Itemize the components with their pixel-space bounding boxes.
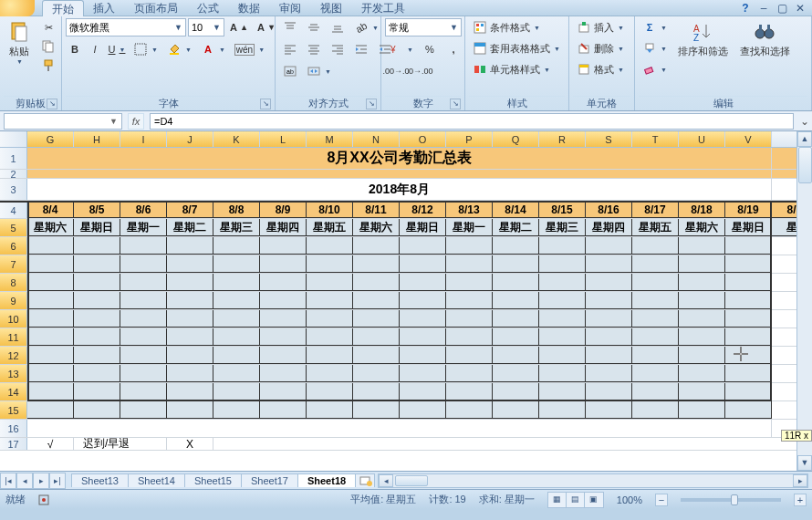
legend-x[interactable]: X [167, 438, 213, 450]
increase-decimal-button[interactable]: .00→.0 [385, 62, 407, 80]
underline-button[interactable]: U▼ [106, 41, 128, 57]
close-icon[interactable]: ✕ [794, 2, 807, 15]
clear-button[interactable]: ▼ [639, 60, 671, 78]
font-name-combo[interactable]: 微软雅黑▼ [66, 18, 186, 36]
column-header[interactable]: J [167, 131, 213, 147]
data-cell[interactable] [446, 292, 493, 309]
data-cell[interactable] [400, 310, 446, 328]
scroll-left-icon[interactable]: ◂ [379, 474, 393, 487]
data-cell[interactable] [120, 310, 167, 328]
dow-cell[interactable]: 星期二 [167, 219, 213, 236]
date-cell[interactable]: 8/17 [632, 203, 679, 218]
data-cell[interactable] [74, 401, 120, 419]
data-cell[interactable] [260, 328, 307, 346]
data-cell[interactable] [539, 310, 586, 328]
data-cell[interactable] [679, 347, 725, 364]
data-cell[interactable] [632, 274, 679, 291]
dow-cell[interactable]: 星期三 [213, 219, 260, 236]
row-header[interactable]: 4 [0, 203, 27, 218]
data-cell[interactable] [539, 292, 586, 309]
scroll-up-icon[interactable]: ▲ [797, 131, 812, 147]
data-cell[interactable] [74, 274, 120, 291]
row-header[interactable]: 12 [0, 347, 27, 364]
data-cell[interactable] [307, 255, 353, 273]
row-header[interactable]: 3 [0, 179, 27, 200]
date-cell[interactable]: 8/12 [400, 203, 446, 218]
bold-button[interactable]: B [66, 41, 84, 57]
select-all-corner[interactable] [0, 131, 27, 147]
merge-center-button[interactable]: ▼ [303, 62, 335, 80]
data-cell[interactable] [307, 274, 353, 291]
scroll-thumb[interactable] [798, 147, 812, 183]
data-cell[interactable] [632, 237, 679, 255]
column-header[interactable]: T [632, 131, 679, 147]
worksheet[interactable]: GHIJKLMNOPQRSTUV 18月XX公司考勤汇总表232018年8月48… [0, 131, 812, 471]
tab-layout[interactable]: 页面布局 [125, 0, 188, 16]
data-cell[interactable] [725, 255, 772, 273]
data-cell[interactable] [307, 347, 353, 364]
data-cell[interactable] [446, 347, 493, 364]
dow-cell[interactable]: 星期四 [586, 219, 632, 236]
delete-cells-button[interactable]: 删除▼ [573, 39, 628, 57]
data-cell[interactable] [632, 401, 679, 419]
align-center-button[interactable] [303, 40, 325, 58]
format-painter-button[interactable] [37, 57, 59, 75]
office-button[interactable] [0, 0, 35, 16]
column-header[interactable]: I [120, 131, 167, 147]
data-cell[interactable] [27, 365, 74, 382]
data-cell[interactable] [120, 365, 167, 382]
column-header[interactable]: H [74, 131, 120, 147]
data-cell[interactable] [632, 328, 679, 346]
sheet-tab[interactable]: Sheet17 [241, 473, 298, 487]
insert-cells-button[interactable]: 插入▼ [573, 18, 628, 36]
row-header[interactable]: 5 [0, 219, 27, 236]
data-cell[interactable] [120, 328, 167, 346]
data-cell[interactable] [353, 274, 400, 291]
data-cell[interactable] [400, 347, 446, 364]
percent-button[interactable]: % [419, 40, 441, 58]
date-cell[interactable]: 8/19 [725, 203, 772, 218]
dow-cell[interactable]: 星期一 [120, 219, 167, 236]
data-cell[interactable] [307, 365, 353, 382]
legend-check[interactable]: √ [27, 438, 74, 450]
data-cell[interactable] [586, 347, 632, 364]
row-header[interactable]: 10 [0, 310, 27, 328]
data-cell[interactable] [167, 310, 213, 328]
data-cell[interactable] [725, 383, 772, 400]
data-cell[interactable] [353, 347, 400, 364]
data-cell[interactable] [725, 328, 772, 346]
sort-filter-button[interactable]: AZ 排序和筛选 [673, 18, 733, 61]
restore-icon[interactable]: ▢ [776, 2, 788, 15]
data-cell[interactable] [493, 365, 539, 382]
data-cell[interactable] [586, 255, 632, 273]
conditional-format-button[interactable]: 条件格式▼ [469, 18, 564, 36]
data-cell[interactable] [260, 347, 307, 364]
fill-color-button[interactable]: ▼ [163, 40, 195, 58]
dow-cell[interactable]: 星期三 [539, 219, 586, 236]
new-sheet-tab[interactable] [355, 473, 375, 487]
align-left-button[interactable] [279, 40, 301, 58]
data-cell[interactable] [120, 383, 167, 400]
data-cell[interactable] [74, 365, 120, 382]
data-cell[interactable] [27, 401, 74, 419]
data-cell[interactable] [632, 365, 679, 382]
data-cell[interactable] [167, 328, 213, 346]
dow-cell[interactable]: 星期二 [493, 219, 539, 236]
data-cell[interactable] [679, 292, 725, 309]
fill-button[interactable]: ▼ [639, 39, 671, 57]
font-color-button[interactable]: A▼ [197, 40, 229, 58]
legend-label[interactable]: 迟到/早退 [74, 438, 167, 450]
data-cell[interactable] [493, 237, 539, 255]
italic-button[interactable]: I [86, 41, 104, 57]
sheet-tab[interactable]: Sheet13 [71, 473, 129, 487]
data-cell[interactable] [493, 383, 539, 400]
data-cell[interactable] [446, 255, 493, 273]
column-header[interactable]: K [213, 131, 260, 147]
data-cell[interactable] [586, 292, 632, 309]
format-cells-button[interactable]: 格式▼ [573, 60, 628, 78]
data-cell[interactable] [27, 310, 74, 328]
data-cell[interactable] [120, 292, 167, 309]
data-cell[interactable] [120, 274, 167, 291]
row-header[interactable]: 6 [0, 237, 27, 255]
data-cell[interactable] [213, 310, 260, 328]
